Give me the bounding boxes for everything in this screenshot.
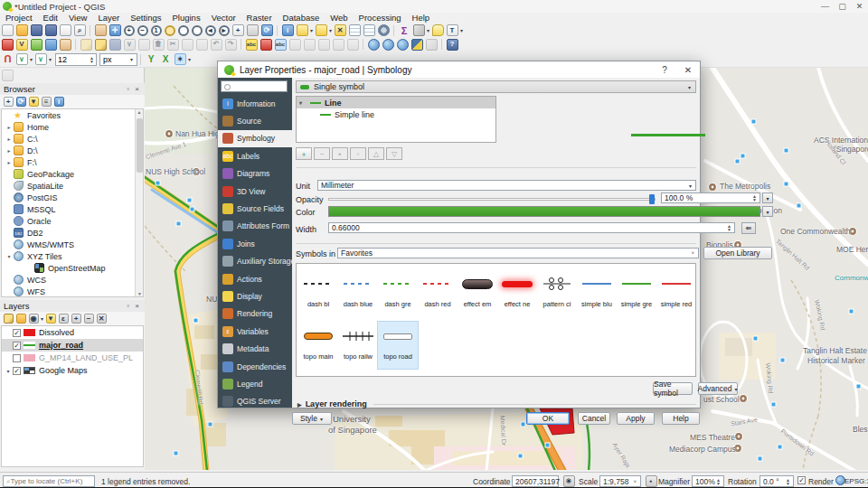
locate-input[interactable]: ⌕ <box>3 475 95 487</box>
open-library-button[interactable]: Open Library <box>703 247 772 259</box>
rotation-spinbox[interactable]: 0.0 °▲▼ <box>760 475 794 487</box>
expander-icon[interactable]: ▸ <box>5 124 14 130</box>
filter-by-expression-icon[interactable] <box>59 314 69 324</box>
dialog-sidebar-item[interactable]: Dependencies <box>218 358 292 375</box>
layout-manager-icon[interactable] <box>74 24 86 36</box>
dialog-sidebar-item[interactable]: Display <box>218 287 292 305</box>
dialog-sidebar-item[interactable]: Auxiliary Storage <box>218 253 292 270</box>
maximize-icon[interactable]: ▢ <box>834 0 851 13</box>
new-map-view-icon[interactable] <box>232 24 244 36</box>
segment-snap-icon[interactable] <box>35 53 47 65</box>
browser-item[interactable]: Oracle <box>2 215 143 227</box>
save-project-as-icon[interactable] <box>45 24 57 36</box>
lock-color-icon[interactable]: ▪ <box>332 147 348 160</box>
save-symbol-button[interactable]: Save symbol <box>653 382 693 395</box>
crs-globe-icon[interactable] <box>835 475 845 485</box>
current-edits-icon[interactable] <box>80 39 92 51</box>
lock-scale-icon[interactable] <box>646 475 657 487</box>
dialog-sidebar-item[interactable]: Source Fields <box>218 200 292 217</box>
add-raster-layer-icon[interactable] <box>31 39 42 51</box>
symbol-cell[interactable]: pattern ci <box>537 269 577 316</box>
highlight-pinned-labels-icon[interactable]: abc <box>275 39 287 51</box>
renderer-combo[interactable]: Single symbol ▾ <box>296 80 696 93</box>
add-selected-layer-icon[interactable] <box>4 97 14 107</box>
browser-item[interactable]: MSSQL <box>2 203 143 215</box>
browser-item[interactable]: ▸ Home <box>2 121 143 133</box>
opacity-slider[interactable] <box>328 198 656 201</box>
ok-button[interactable]: OK <box>526 412 570 425</box>
menu-item[interactable]: Database <box>278 13 326 23</box>
statistics-icon[interactable]: Σ <box>399 24 410 36</box>
layer-row-selected[interactable]: ✓ major_road <box>2 339 143 352</box>
browser-scrollbar[interactable]: ▲▼ <box>135 109 143 296</box>
layer-row[interactable]: ✓ Dissolved <box>2 326 143 339</box>
collapse-all-icon[interactable] <box>42 97 52 107</box>
browser-item[interactable]: Favorites <box>2 109 143 121</box>
layer-row[interactable]: G_MP14_LAND_USE_PL <box>2 352 143 364</box>
opacity-slider-handle[interactable] <box>649 194 655 204</box>
symbol-cell[interactable]: topo railw <box>338 322 378 369</box>
select-features-icon[interactable] <box>297 24 308 36</box>
filter-browser-icon[interactable] <box>29 97 39 107</box>
add-mesh-layer-icon[interactable] <box>45 39 57 51</box>
save-edits-icon[interactable] <box>109 39 121 51</box>
dialog-sidebar-item[interactable]: Actions <box>218 270 292 287</box>
filter-legend-icon[interactable] <box>46 314 56 324</box>
copy-features-icon[interactable] <box>182 39 193 51</box>
symbol-cell[interactable]: simple gre <box>617 269 656 316</box>
symbol-tree-line-row[interactable]: ▾ Line <box>297 97 495 108</box>
float-panel-icon[interactable]: ▫ <box>127 302 131 310</box>
browser-item[interactable]: WFS <box>2 286 143 297</box>
open-layer-styling-icon[interactable] <box>4 314 14 324</box>
label-tool-4-icon[interactable] <box>333 39 344 51</box>
vertex-tool-icon[interactable] <box>124 39 136 51</box>
redo-icon[interactable] <box>225 39 237 51</box>
label-tool-3-icon[interactable] <box>318 39 330 51</box>
deselect-features-icon[interactable] <box>316 24 327 36</box>
symbol-cell[interactable]: effect em <box>458 269 497 316</box>
browser-item[interactable]: PostGIS <box>2 192 143 203</box>
unit-combo[interactable]: Millimeter▾ <box>317 180 696 191</box>
layer-checkbox[interactable]: ✓ <box>13 342 21 350</box>
float-panel-icon[interactable]: ▫ <box>127 85 131 93</box>
extents-icon[interactable] <box>563 475 575 487</box>
menu-item[interactable]: Plugins <box>166 13 205 23</box>
browser-item[interactable]: DB2 DB2 <box>2 227 143 239</box>
remove-symbol-layer-icon[interactable]: − <box>314 147 330 160</box>
help-contents-icon[interactable] <box>447 39 458 51</box>
delete-selected-icon[interactable] <box>153 39 165 51</box>
browser-item[interactable]: SpatiaLite <box>2 180 143 192</box>
symbol-cell[interactable]: dash red <box>418 269 458 316</box>
remove-layer-icon[interactable] <box>97 314 107 324</box>
zoom-in-icon[interactable] <box>124 25 135 36</box>
symbols-in-combo[interactable]: Favorites˅ <box>337 248 699 258</box>
new-project-icon[interactable] <box>2 24 14 36</box>
symbol-tree-simpleline-row[interactable]: Simple line <box>297 108 495 120</box>
menu-item[interactable]: View <box>63 13 92 23</box>
move-up-icon[interactable]: △ <box>368 147 384 160</box>
toggle-editing-icon[interactable] <box>95 39 107 51</box>
dialog-sidebar-item[interactable]: abc Labels <box>218 147 292 164</box>
remove-selection-icon[interactable] <box>335 24 346 36</box>
close-panel-icon[interactable]: × <box>135 85 141 93</box>
advanced-button[interactable]: Advanced▾ <box>698 382 738 395</box>
cut-features-icon[interactable] <box>167 39 179 51</box>
metasearch-icon[interactable] <box>368 39 380 51</box>
menu-item[interactable]: Project <box>0 13 38 23</box>
label-tool-1-icon[interactable] <box>289 39 301 51</box>
opacity-dd-icon[interactable]: ▾ <box>762 192 773 203</box>
browser-item[interactable]: WMS/WMTS <box>2 239 143 250</box>
dialog-search-input[interactable] <box>221 80 288 92</box>
open-project-icon[interactable] <box>16 24 28 36</box>
dialog-sidebar-item[interactable]: Legend <box>218 375 292 392</box>
dialog-sidebar-item[interactable]: Attributes Form <box>218 218 292 235</box>
menu-item[interactable]: Settings <box>125 13 166 23</box>
zoom-next-icon[interactable] <box>219 25 230 36</box>
menu-item[interactable]: Edit <box>38 13 63 23</box>
style-button[interactable]: Style▾ <box>292 412 332 425</box>
symbol-cell[interactable]: dash blue <box>338 269 378 316</box>
osm-place-search-icon[interactable] <box>397 39 409 51</box>
zoom-to-selection-icon[interactable] <box>178 25 189 36</box>
dialog-help-icon[interactable]: ? <box>653 65 676 75</box>
undo-icon[interactable] <box>211 39 222 51</box>
